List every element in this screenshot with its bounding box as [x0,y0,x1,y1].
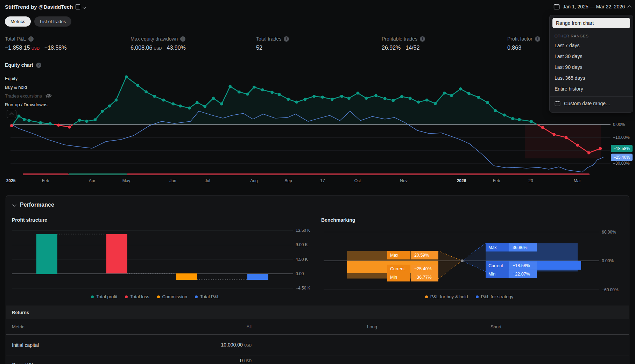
metric-total-trades: Total tradesi 52 [256,36,379,51]
value: 0 [240,358,243,363]
svg-text:9.00 K: 9.00 K [296,242,308,247]
metric-total-pnl: Total P&Li −1,858.15USD−18.58% [5,36,127,51]
metric-value: −1,858.15 [5,45,30,51]
svg-text:Max: Max [488,245,497,250]
metric-label: Total P&L [5,36,26,42]
legend-item[interactable]: P&L for strategy [476,294,514,299]
svg-text:13.50 K: 13.50 K [296,228,310,233]
svg-text:0.00%: 0.00% [602,258,614,263]
metric-max-drawdown: Max equity drawdowni 6,008.06USD43.90% [130,36,253,51]
unit: USD [244,343,252,347]
column-header-long: Long [321,324,377,329]
svg-text:Current: Current [488,263,503,268]
legend-item[interactable]: Total loss [125,294,149,299]
menu-item[interactable]: Last 365 days [550,73,633,84]
metric-value: 6,008.06 [130,45,152,51]
info-icon[interactable]: i [28,36,34,42]
legend-item[interactable]: P&L for buy & hold [425,294,468,299]
row-initial-capital-label: Initial capital [12,342,39,348]
svg-text:20: 20 [528,178,533,183]
date-range-label: Jan 1, 2025 — Mar 22, 2026 [563,4,625,9]
menu-item[interactable]: Last 30 days [550,51,633,62]
svg-text:−60.00%: −60.00% [602,287,619,292]
svg-text:60.00%: 60.00% [602,230,616,235]
svg-text:Min: Min [488,272,495,277]
calendar-icon [553,3,560,10]
bar-Total profit [36,234,57,274]
menu-item-range-from-chart[interactable]: Range from chart [552,18,630,28]
legend-label: Total profit [96,294,117,299]
svg-text:Feb: Feb [493,178,500,183]
menu-item[interactable]: Entire history [550,84,633,94]
metric-label: Profit factor [507,36,532,42]
svg-text:2026: 2026 [457,178,466,183]
legend-dot [91,295,94,298]
svg-text:0.00: 0.00 [296,271,304,276]
trade-activity-bar [69,173,127,175]
svg-text:17: 17 [320,178,325,183]
equity-chart-canvas[interactable]: 0.00%−10.00%−20.00%−30.00%−18.58%−25.40%… [0,65,635,187]
legend-item[interactable]: Total profit [91,294,117,299]
metric-unit: USD [31,46,40,50]
metric-label: Max equity drawdown [130,36,178,42]
legend-item[interactable]: Total P&L [195,294,220,299]
legend-label: Total loss [130,294,149,299]
svg-text:4.50 K: 4.50 K [296,257,308,262]
svg-text:−18.58%: −18.58% [613,146,630,151]
metric-value: 26.92% [382,45,401,51]
page-title: StiffTrend by @DaviddTech [5,4,73,10]
svg-text:−10.00%: −10.00% [613,135,630,140]
svg-text:36.86%: 36.86% [513,245,527,250]
svg-text:May: May [122,178,130,183]
info-icon[interactable]: i [535,36,540,42]
svg-text:−30.00%: −30.00% [613,161,630,166]
metric-profitable-trades: Profitable tradesi 26.92%14/52 [382,36,504,51]
divider [6,356,629,356]
row-open-pnl-label: Open P&L [12,362,35,364]
svg-text:0.00%: 0.00% [613,122,625,127]
svg-text:−25.40%: −25.40% [414,266,432,271]
menu-section-label: OTHER RANGES [550,31,633,40]
tab-metrics[interactable]: Metrics [5,16,31,27]
menu-item-label: Custom date range… [564,101,611,106]
date-menu-options: Last 7 daysLast 30 daysLast 90 daysLast … [550,40,633,94]
svg-text:Min: Min [390,275,397,280]
benchmark-pivot-dot [461,259,464,262]
info-icon[interactable]: i [420,36,425,42]
benchmarking-title: Benchmarking [321,217,355,223]
metric-value: 0.863 [507,45,521,51]
profit-structure-legend: Total profitTotal lossCommissionTotal P&… [12,294,299,299]
returns-section-header[interactable]: Returns [6,306,629,319]
chevron-down-icon[interactable] [83,5,86,9]
metric-value: 52 [256,45,262,51]
report-tabs: Metrics List of trades [5,16,71,27]
date-range-trigger[interactable]: Jan 1, 2025 — Mar 22, 2026 [553,3,631,10]
svg-text:Jun: Jun [169,178,176,183]
legend-label: Total P&L [200,294,220,299]
svg-text:−25.40%: −25.40% [613,155,630,160]
menu-item[interactable]: Last 7 days [550,40,633,51]
info-icon[interactable]: i [180,36,185,42]
legend-dot [157,295,160,298]
info-icon[interactable]: i [284,36,289,42]
legend-dot [195,295,198,298]
trade-activity-bar [127,173,590,175]
performance-section-header[interactable]: Performance [13,202,54,208]
performance-panel: Performance Profit structure Benchmarkin… [6,195,629,364]
column-header-all: All [196,324,252,329]
bar-Total P&L [247,274,268,280]
unit: USD [244,359,252,363]
menu-item[interactable]: Last 90 days [550,62,633,73]
tab-list-of-trades[interactable]: List of trades [34,16,71,27]
strategy-header: StiffTrend by @DaviddTech [5,4,86,10]
legend-label: P&L for buy & hold [430,294,468,299]
legend-item[interactable]: Commission [157,294,188,299]
svg-text:Apr: Apr [89,178,96,183]
column-header-metric: Metric [12,324,24,329]
strategy-badge-icon [76,4,80,9]
returns-title: Returns [12,310,29,315]
svg-text:Mar: Mar [574,178,581,183]
date-range-menu: Range from chart OTHER RANGES Last 7 day… [549,15,633,113]
svg-text:Jul: Jul [205,178,210,183]
menu-item-custom-date-range[interactable]: Custom date range… [550,97,633,110]
